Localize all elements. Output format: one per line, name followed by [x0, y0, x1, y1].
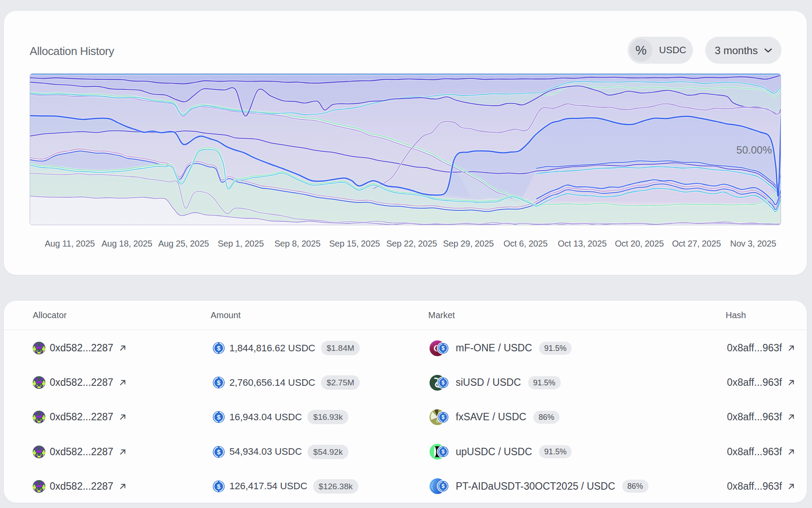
- svg-text:$: $: [441, 484, 444, 490]
- svg-text:$: $: [217, 448, 220, 455]
- svg-text:$: $: [217, 345, 220, 352]
- svg-text:$: $: [441, 380, 444, 386]
- svg-text:$: $: [217, 379, 220, 386]
- svg-text:$: $: [217, 483, 220, 490]
- svg-text:$: $: [441, 449, 444, 455]
- svg-text:$: $: [441, 345, 444, 351]
- svg-text:$: $: [217, 414, 220, 421]
- svg-text:$: $: [441, 414, 444, 420]
